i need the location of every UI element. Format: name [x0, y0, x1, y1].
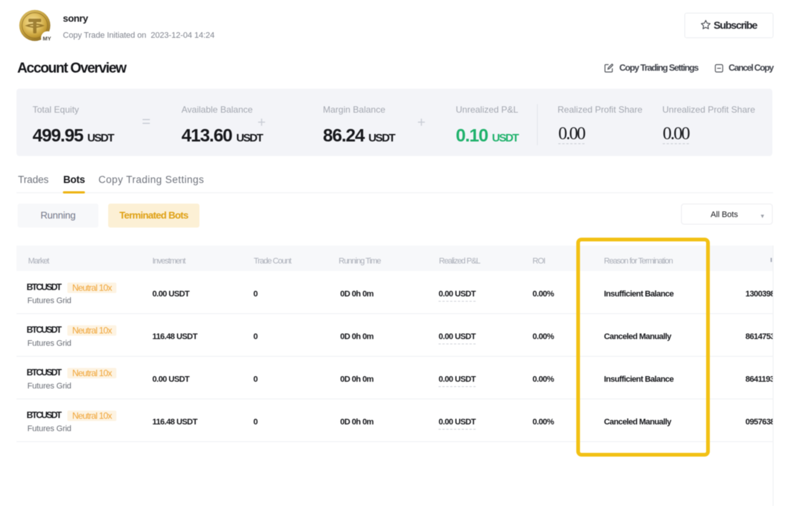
svg-text:MY: MY	[43, 35, 51, 42]
